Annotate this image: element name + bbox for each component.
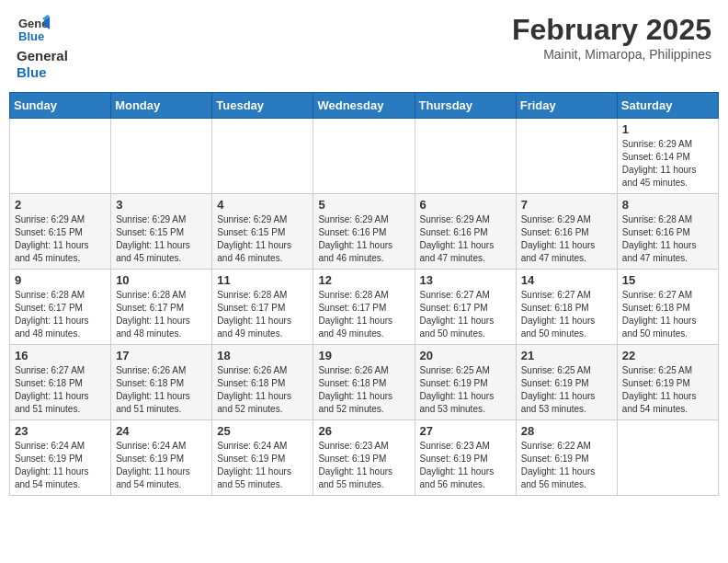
- day-number: 15: [622, 273, 713, 287]
- weekday-header-sunday: Sunday: [10, 93, 111, 119]
- calendar-cell: [516, 119, 617, 194]
- day-number: 16: [15, 349, 106, 362]
- day-number: 20: [420, 349, 511, 362]
- day-info: Sunrise: 6:25 AM Sunset: 6:19 PM Dayligh…: [420, 364, 511, 416]
- calendar-cell: 28Sunrise: 6:22 AM Sunset: 6:19 PM Dayli…: [516, 420, 617, 496]
- calendar-body: 1Sunrise: 6:29 AM Sunset: 6:14 PM Daylig…: [10, 119, 719, 496]
- calendar-cell: 26Sunrise: 6:23 AM Sunset: 6:19 PM Dayli…: [313, 420, 415, 496]
- calendar-cell: [10, 119, 111, 194]
- day-number: 11: [217, 273, 308, 287]
- day-info: Sunrise: 6:26 AM Sunset: 6:18 PM Dayligh…: [116, 364, 207, 416]
- calendar-week-row: 9Sunrise: 6:28 AM Sunset: 6:17 PM Daylig…: [10, 270, 719, 345]
- day-info: Sunrise: 6:29 AM Sunset: 6:15 PM Dayligh…: [116, 213, 207, 265]
- day-info: Sunrise: 6:29 AM Sunset: 6:16 PM Dayligh…: [318, 213, 409, 265]
- day-number: 13: [420, 273, 511, 287]
- day-info: Sunrise: 6:28 AM Sunset: 6:17 PM Dayligh…: [217, 289, 308, 340]
- day-info: Sunrise: 6:29 AM Sunset: 6:16 PM Dayligh…: [420, 213, 511, 265]
- day-number: 22: [622, 349, 713, 362]
- title-block: February 2025 Mainit, Mimaropa, Philippi…: [512, 13, 711, 62]
- calendar-cell: 12Sunrise: 6:28 AM Sunset: 6:17 PM Dayli…: [313, 270, 415, 345]
- weekday-header-saturday: Saturday: [617, 93, 718, 119]
- calendar-week-row: 16Sunrise: 6:27 AM Sunset: 6:18 PM Dayli…: [10, 345, 719, 420]
- day-info: Sunrise: 6:28 AM Sunset: 6:16 PM Dayligh…: [622, 213, 713, 265]
- day-number: 19: [318, 349, 409, 362]
- calendar-cell: 23Sunrise: 6:24 AM Sunset: 6:19 PM Dayli…: [10, 420, 111, 496]
- calendar-cell: 6Sunrise: 6:29 AM Sunset: 6:16 PM Daylig…: [415, 194, 516, 270]
- month-year-title: February 2025: [512, 13, 711, 47]
- calendar-cell: 21Sunrise: 6:25 AM Sunset: 6:19 PM Dayli…: [516, 345, 617, 420]
- day-number: 9: [15, 273, 106, 287]
- day-info: Sunrise: 6:24 AM Sunset: 6:19 PM Dayligh…: [217, 440, 308, 491]
- day-info: Sunrise: 6:26 AM Sunset: 6:18 PM Dayligh…: [318, 364, 409, 416]
- calendar-cell: 4Sunrise: 6:29 AM Sunset: 6:15 PM Daylig…: [212, 194, 313, 270]
- day-info: Sunrise: 6:28 AM Sunset: 6:17 PM Dayligh…: [318, 289, 409, 340]
- calendar-cell: 8Sunrise: 6:28 AM Sunset: 6:16 PM Daylig…: [617, 194, 718, 270]
- calendar-cell: 14Sunrise: 6:27 AM Sunset: 6:18 PM Dayli…: [516, 270, 617, 345]
- calendar-cell: 15Sunrise: 6:27 AM Sunset: 6:18 PM Dayli…: [617, 270, 718, 345]
- calendar-cell: 13Sunrise: 6:27 AM Sunset: 6:17 PM Dayli…: [415, 270, 516, 345]
- day-number: 10: [116, 273, 207, 287]
- day-info: Sunrise: 6:22 AM Sunset: 6:19 PM Dayligh…: [521, 440, 612, 491]
- day-info: Sunrise: 6:25 AM Sunset: 6:19 PM Dayligh…: [622, 364, 713, 416]
- calendar-cell: 10Sunrise: 6:28 AM Sunset: 6:17 PM Dayli…: [111, 270, 212, 345]
- weekday-header-wednesday: Wednesday: [313, 93, 415, 119]
- calendar-cell: 22Sunrise: 6:25 AM Sunset: 6:19 PM Dayli…: [617, 345, 718, 420]
- weekday-header-monday: Monday: [111, 93, 212, 119]
- weekday-header-thursday: Thursday: [415, 93, 516, 119]
- day-info: Sunrise: 6:25 AM Sunset: 6:19 PM Dayligh…: [521, 364, 612, 416]
- calendar-cell: 16Sunrise: 6:27 AM Sunset: 6:18 PM Dayli…: [10, 345, 111, 420]
- day-info: Sunrise: 6:23 AM Sunset: 6:19 PM Dayligh…: [420, 440, 511, 491]
- svg-text:Blue: Blue: [18, 29, 44, 43]
- day-info: Sunrise: 6:28 AM Sunset: 6:17 PM Dayligh…: [15, 289, 106, 340]
- calendar-cell: [212, 119, 313, 194]
- weekday-header-row: SundayMondayTuesdayWednesdayThursdayFrid…: [10, 93, 719, 119]
- day-number: 3: [116, 198, 207, 212]
- day-info: Sunrise: 6:29 AM Sunset: 6:15 PM Dayligh…: [217, 213, 308, 265]
- day-number: 17: [116, 349, 207, 362]
- calendar-cell: 5Sunrise: 6:29 AM Sunset: 6:16 PM Daylig…: [313, 194, 415, 270]
- day-number: 4: [217, 198, 308, 212]
- day-number: 14: [521, 273, 612, 287]
- day-number: 8: [622, 198, 713, 212]
- calendar-cell: 9Sunrise: 6:28 AM Sunset: 6:17 PM Daylig…: [10, 270, 111, 345]
- day-info: Sunrise: 6:29 AM Sunset: 6:16 PM Dayligh…: [521, 213, 612, 265]
- day-info: Sunrise: 6:27 AM Sunset: 6:18 PM Dayligh…: [15, 364, 106, 416]
- weekday-header-tuesday: Tuesday: [212, 93, 313, 119]
- day-number: 27: [420, 424, 511, 438]
- day-info: Sunrise: 6:23 AM Sunset: 6:19 PM Dayligh…: [318, 440, 409, 491]
- day-number: 1: [622, 122, 713, 136]
- day-info: Sunrise: 6:29 AM Sunset: 6:14 PM Dayligh…: [622, 138, 713, 190]
- calendar-cell: 1Sunrise: 6:29 AM Sunset: 6:14 PM Daylig…: [617, 119, 718, 194]
- calendar-cell: [617, 420, 718, 496]
- calendar-cell: 3Sunrise: 6:29 AM Sunset: 6:15 PM Daylig…: [111, 194, 212, 270]
- day-number: 26: [318, 424, 409, 438]
- calendar-cell: [415, 119, 516, 194]
- day-number: 7: [521, 198, 612, 212]
- calendar-cell: 24Sunrise: 6:24 AM Sunset: 6:19 PM Dayli…: [111, 420, 212, 496]
- day-info: Sunrise: 6:24 AM Sunset: 6:19 PM Dayligh…: [116, 440, 207, 491]
- day-number: 25: [217, 424, 308, 438]
- day-number: 6: [420, 198, 511, 212]
- calendar-week-row: 1Sunrise: 6:29 AM Sunset: 6:14 PM Daylig…: [10, 119, 719, 194]
- calendar-table: SundayMondayTuesdayWednesdayThursdayFrid…: [9, 92, 719, 496]
- calendar-week-row: 23Sunrise: 6:24 AM Sunset: 6:19 PM Dayli…: [10, 420, 719, 496]
- calendar-cell: 2Sunrise: 6:29 AM Sunset: 6:15 PM Daylig…: [10, 194, 111, 270]
- day-info: Sunrise: 6:27 AM Sunset: 6:17 PM Dayligh…: [420, 289, 511, 340]
- day-info: Sunrise: 6:27 AM Sunset: 6:18 PM Dayligh…: [622, 289, 713, 340]
- day-info: Sunrise: 6:29 AM Sunset: 6:15 PM Dayligh…: [15, 213, 106, 265]
- calendar-header: SundayMondayTuesdayWednesdayThursdayFrid…: [10, 93, 719, 119]
- logo-general: General: [17, 48, 68, 63]
- logo: General Blue General Blue: [17, 13, 68, 81]
- day-info: Sunrise: 6:27 AM Sunset: 6:18 PM Dayligh…: [521, 289, 612, 340]
- day-number: 21: [521, 349, 612, 362]
- calendar-cell: 25Sunrise: 6:24 AM Sunset: 6:19 PM Dayli…: [212, 420, 313, 496]
- day-info: Sunrise: 6:26 AM Sunset: 6:18 PM Dayligh…: [217, 364, 308, 416]
- logo-blue: Blue: [17, 64, 47, 80]
- day-info: Sunrise: 6:28 AM Sunset: 6:17 PM Dayligh…: [116, 289, 207, 340]
- day-number: 23: [15, 424, 106, 438]
- day-number: 5: [318, 198, 409, 212]
- calendar-cell: 7Sunrise: 6:29 AM Sunset: 6:16 PM Daylig…: [516, 194, 617, 270]
- weekday-header-friday: Friday: [516, 93, 617, 119]
- day-number: 18: [217, 349, 308, 362]
- page-header: General Blue General Blue February 2025 …: [9, 9, 719, 85]
